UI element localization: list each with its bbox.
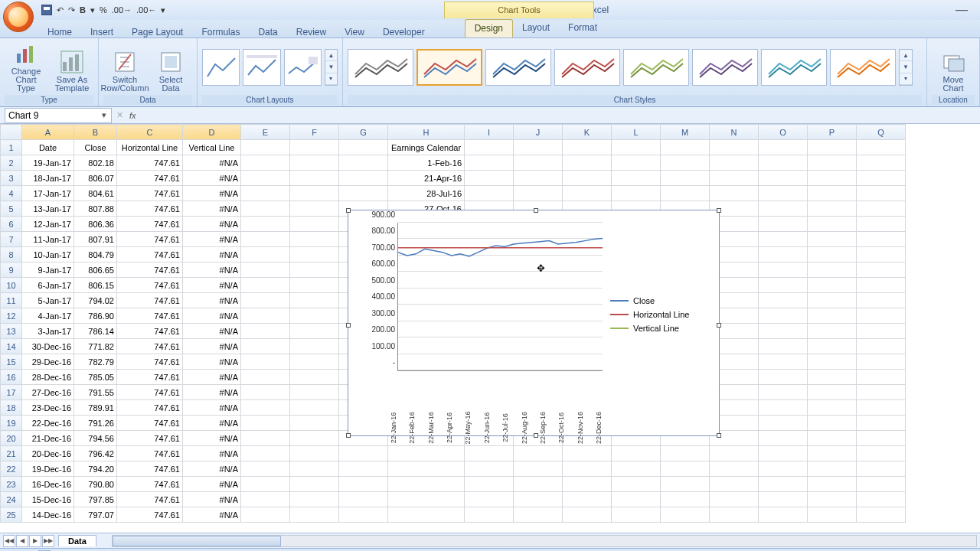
tab-nav-prev[interactable]: ◀	[16, 535, 28, 547]
cell[interactable]: 747.61	[117, 171, 183, 186]
cell[interactable]	[857, 431, 906, 446]
cell[interactable]	[241, 416, 290, 431]
cell[interactable]	[759, 416, 808, 431]
col-header-G[interactable]: G	[339, 125, 388, 140]
col-header-I[interactable]: I	[465, 125, 514, 140]
cell[interactable]: 802.18	[74, 155, 117, 171]
cell[interactable]: 19-Dec-16	[22, 461, 74, 477]
cell[interactable]: #N/A	[183, 278, 241, 293]
cell[interactable]	[339, 507, 388, 523]
cell[interactable]	[759, 507, 808, 523]
cell[interactable]	[514, 155, 563, 171]
cell[interactable]: #N/A	[183, 400, 241, 416]
col-header-C[interactable]: C	[117, 125, 183, 140]
cell[interactable]	[612, 155, 661, 171]
cell[interactable]	[661, 477, 710, 492]
row-header[interactable]: 8	[1, 247, 22, 262]
cell[interactable]: 747.61	[117, 217, 183, 232]
cell[interactable]: 747.61	[117, 416, 183, 431]
cell[interactable]: 807.88	[74, 201, 117, 217]
cell[interactable]: 6-Jan-17	[22, 278, 74, 293]
row-header[interactable]: 2	[1, 155, 22, 171]
cell[interactable]	[241, 492, 290, 507]
chart-style-8[interactable]	[830, 49, 896, 86]
cell[interactable]	[759, 293, 808, 308]
cell[interactable]: 790.80	[74, 477, 117, 492]
cell[interactable]: #N/A	[183, 370, 241, 385]
tab-nav-last[interactable]: ▶▶	[42, 535, 54, 547]
row-header[interactable]: 3	[1, 171, 22, 186]
cell[interactable]	[857, 461, 906, 477]
fx-icon[interactable]: fx	[129, 111, 136, 120]
cell[interactable]: 16-Dec-16	[22, 477, 74, 492]
cell[interactable]	[241, 324, 290, 339]
row-header[interactable]: 16	[1, 370, 22, 385]
row-header[interactable]: 10	[1, 278, 22, 293]
row-header[interactable]: 14	[1, 339, 22, 354]
cell[interactable]	[514, 171, 563, 186]
cell[interactable]	[759, 385, 808, 400]
cell[interactable]	[808, 354, 857, 370]
cell[interactable]	[241, 308, 290, 324]
chart-style-2[interactable]	[416, 49, 482, 86]
cell[interactable]	[465, 461, 514, 477]
cell[interactable]	[388, 492, 465, 507]
row-header[interactable]: 24	[1, 492, 22, 507]
cell[interactable]: 21-Dec-16	[22, 431, 74, 446]
cell[interactable]	[661, 492, 710, 507]
cell[interactable]	[241, 232, 290, 247]
cell[interactable]: 28-Dec-16	[22, 370, 74, 385]
cell[interactable]: #N/A	[183, 308, 241, 324]
row-header[interactable]: 7	[1, 232, 22, 247]
cell[interactable]	[661, 461, 710, 477]
select-all-corner[interactable]	[1, 125, 22, 140]
cell[interactable]	[339, 140, 388, 155]
cell[interactable]	[808, 262, 857, 278]
cell[interactable]: 796.42	[74, 446, 117, 461]
cell[interactable]	[241, 247, 290, 262]
cell[interactable]: 747.61	[117, 492, 183, 507]
cell[interactable]: 782.79	[74, 354, 117, 370]
cell[interactable]	[759, 232, 808, 247]
cell[interactable]: 747.61	[117, 400, 183, 416]
cell[interactable]	[612, 140, 661, 155]
cell[interactable]: 1-Feb-16	[388, 155, 465, 171]
cell[interactable]	[710, 140, 759, 155]
cell[interactable]	[759, 155, 808, 171]
cell[interactable]: #N/A	[183, 446, 241, 461]
save-as-template-button[interactable]: Save As Template	[51, 41, 93, 94]
name-box-input[interactable]	[8, 110, 100, 121]
cell[interactable]	[808, 140, 857, 155]
chart-style-1[interactable]	[348, 49, 413, 86]
cell[interactable]	[241, 461, 290, 477]
cell[interactable]: #N/A	[183, 201, 241, 217]
cell[interactable]	[857, 446, 906, 461]
cell[interactable]: 747.61	[117, 477, 183, 492]
cell[interactable]	[710, 507, 759, 523]
horizontal-scrollbar[interactable]	[112, 535, 977, 547]
tab-design[interactable]: Design	[465, 19, 513, 37]
cell[interactable]	[290, 446, 339, 461]
cell[interactable]: 747.61	[117, 308, 183, 324]
cell[interactable]	[465, 507, 514, 523]
cell[interactable]	[465, 155, 514, 171]
chart-legend[interactable]: CloseHorizontal LineVertical Line	[610, 292, 710, 337]
cell[interactable]: 22-Dec-16	[22, 416, 74, 431]
row-header[interactable]: 15	[1, 354, 22, 370]
cell[interactable]: 11-Jan-17	[22, 232, 74, 247]
cell[interactable]: 747.61	[117, 339, 183, 354]
increase-decimal-icon[interactable]: .00→	[112, 5, 132, 15]
cell[interactable]: Horizontal Line	[117, 140, 183, 155]
cell[interactable]	[759, 201, 808, 217]
cell[interactable]	[563, 186, 612, 201]
cell[interactable]	[241, 278, 290, 293]
cell[interactable]	[857, 308, 906, 324]
cell[interactable]	[290, 171, 339, 186]
cell[interactable]	[290, 201, 339, 217]
layout-scroll[interactable]: ▲▼▾	[325, 49, 338, 86]
cell[interactable]	[241, 400, 290, 416]
cell[interactable]	[241, 339, 290, 354]
cell[interactable]	[661, 446, 710, 461]
cell[interactable]: 747.61	[117, 431, 183, 446]
row-header[interactable]: 25	[1, 507, 22, 523]
